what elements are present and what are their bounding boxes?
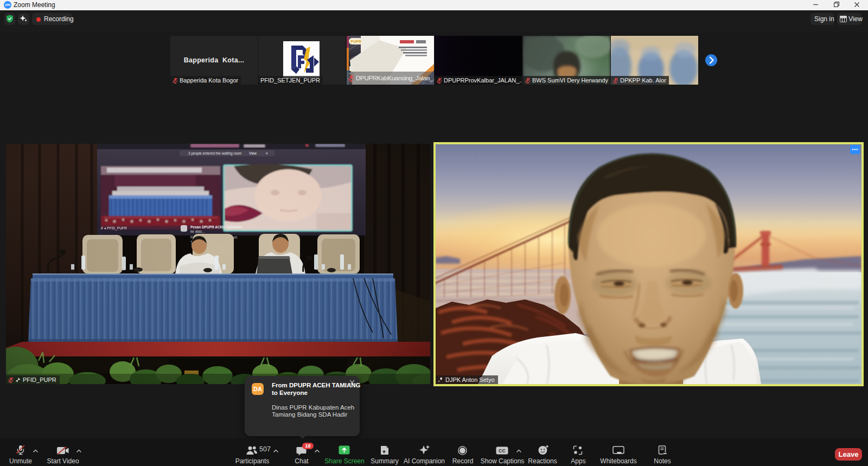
svg-text:CC: CC — [499, 448, 506, 454]
svg-text:PUPR: PUPR — [350, 40, 361, 43]
